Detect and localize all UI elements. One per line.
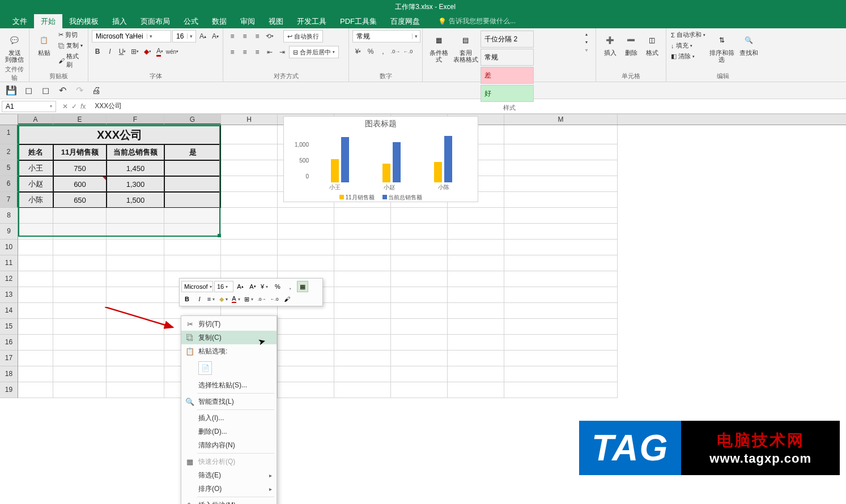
cm-copy[interactable]: ⿻复制(C) <box>181 331 277 344</box>
cell[interactable] <box>278 240 334 255</box>
cell[interactable] <box>504 382 618 398</box>
cell[interactable] <box>278 335 334 351</box>
cell[interactable] <box>334 208 391 224</box>
row-header[interactable]: 16 <box>0 335 18 351</box>
style-good[interactable]: 好 <box>481 85 534 102</box>
cm-delete[interactable]: 删除(D)... <box>181 425 277 438</box>
fill-button[interactable]: ↓填充▾ <box>670 41 707 50</box>
mini-format-painter[interactable]: 🖌 <box>281 293 292 305</box>
qat-button[interactable]: ◻ <box>23 85 34 96</box>
cell[interactable]: 是 <box>164 144 221 160</box>
cell[interactable] <box>504 351 618 366</box>
decr-decimal-button[interactable]: ←.0 <box>402 46 414 57</box>
orientation-button[interactable]: ⟲▾ <box>264 31 275 42</box>
fx-button[interactable]: fx <box>80 102 86 110</box>
cell[interactable]: 小赵 <box>18 176 53 192</box>
row-header[interactable]: 1 <box>0 125 18 144</box>
style-normal[interactable]: 常规 <box>481 49 534 66</box>
cell[interactable] <box>164 160 221 176</box>
mini-currency[interactable]: ¥▾ <box>260 281 271 292</box>
select-all-corner[interactable] <box>0 114 18 125</box>
row-header[interactable]: 8 <box>0 208 18 224</box>
indent-inc-button[interactable]: ⇥ <box>277 46 288 58</box>
style-scroll-up[interactable]: ▴ <box>581 30 592 38</box>
cell[interactable] <box>18 351 53 366</box>
align-right-button[interactable]: ≡ <box>252 46 263 58</box>
cell[interactable] <box>391 319 448 335</box>
fill-color-button[interactable]: ◆▾ <box>142 46 153 57</box>
cell[interactable] <box>391 240 448 255</box>
row-header[interactable]: 6 <box>0 176 18 192</box>
cell[interactable] <box>53 255 107 271</box>
tab-baidu[interactable]: 百度网盘 <box>384 14 427 29</box>
cell[interactable] <box>448 351 504 366</box>
mini-grow-font[interactable]: A▴ <box>235 281 246 292</box>
cell[interactable] <box>334 287 391 303</box>
cell[interactable] <box>278 208 334 224</box>
cell[interactable] <box>107 303 164 319</box>
cell[interactable] <box>221 224 278 240</box>
cell[interactable] <box>391 224 448 240</box>
cell[interactable] <box>334 366 391 382</box>
qat-print-button[interactable]: 🖨 <box>91 85 102 96</box>
row-header[interactable]: 9 <box>0 224 18 240</box>
delete-cells-button[interactable]: ➖删除 <box>620 30 641 57</box>
align-top-button[interactable]: ≡ <box>227 31 238 42</box>
cell[interactable] <box>18 303 53 319</box>
cell[interactable] <box>504 303 618 319</box>
cell[interactable] <box>53 287 107 303</box>
cell[interactable] <box>53 351 107 366</box>
cell[interactable] <box>504 208 618 224</box>
clear-button[interactable]: ◧清除▾ <box>670 52 707 61</box>
cell[interactable] <box>504 271 618 287</box>
cell[interactable] <box>107 366 164 382</box>
redo-button[interactable]: ↷ <box>74 85 85 96</box>
chart-bar[interactable] <box>393 142 401 183</box>
cell[interactable] <box>504 176 618 192</box>
cell[interactable] <box>53 208 107 224</box>
cell[interactable] <box>391 255 448 271</box>
font-name-combo[interactable]: Microsoft YaHei▾ <box>92 30 171 42</box>
cell[interactable] <box>448 303 504 319</box>
cell[interactable] <box>504 366 618 382</box>
row-header[interactable]: 13 <box>0 287 18 303</box>
mini-grid-format[interactable]: ▦ <box>297 281 308 292</box>
cell[interactable] <box>278 366 334 382</box>
row-header[interactable]: 5 <box>0 160 18 176</box>
cell[interactable] <box>448 319 504 335</box>
cell[interactable] <box>53 271 107 287</box>
chart-title[interactable]: 图表标题 <box>284 117 478 131</box>
cell[interactable] <box>448 271 504 287</box>
cell[interactable] <box>107 255 164 271</box>
mini-align-center[interactable]: ≡▾ <box>206 293 218 305</box>
cell[interactable]: 650 <box>53 192 107 208</box>
italic-button[interactable]: I <box>104 46 116 57</box>
mini-border[interactable]: ⊞▾ <box>244 293 255 305</box>
tab-view[interactable]: 视图 <box>262 14 290 29</box>
paste-button[interactable]: 📋 粘贴 <box>33 30 55 57</box>
cm-insert[interactable]: 插入(I)... <box>181 411 277 425</box>
cell[interactable] <box>221 176 278 192</box>
mini-italic[interactable]: I <box>194 293 205 305</box>
align-left-button[interactable]: ≡ <box>227 46 238 58</box>
format-as-table-button[interactable]: ▤ 套用 表格格式 <box>452 30 480 64</box>
cell[interactable]: 11月销售额 <box>53 144 107 160</box>
cell[interactable] <box>391 303 448 319</box>
cell[interactable]: 1,500 <box>107 192 164 208</box>
mini-fill-color[interactable]: ◆▾ <box>219 293 230 305</box>
cell[interactable] <box>504 255 618 271</box>
mini-comma[interactable]: , <box>284 281 296 292</box>
tab-pagelayout[interactable]: 页面布局 <box>134 14 177 29</box>
cm-filter[interactable]: 筛选(E)▸ <box>181 468 277 482</box>
sort-filter-button[interactable]: ⇅排序和筛选 <box>707 30 737 64</box>
cell[interactable] <box>164 224 221 240</box>
cell[interactable] <box>504 240 618 255</box>
row-header[interactable]: 15 <box>0 319 18 335</box>
row-header[interactable]: 7 <box>0 192 18 208</box>
cm-sort[interactable]: 排序(O)▸ <box>181 482 277 496</box>
legend-item[interactable]: 11月销售额 <box>339 194 375 202</box>
cell[interactable] <box>18 319 53 335</box>
mini-percent[interactable]: % <box>272 281 283 292</box>
cell[interactable] <box>334 319 391 335</box>
tab-data[interactable]: 数据 <box>205 14 233 29</box>
